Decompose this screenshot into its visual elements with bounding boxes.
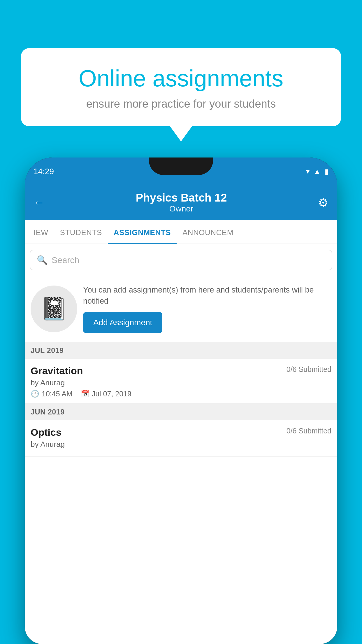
status-icons: ▾ ▲ ▮ — [306, 167, 328, 176]
tab-announcements[interactable]: ANNOUNCEM — [177, 220, 239, 244]
time-value: 10:45 AM — [42, 390, 73, 398]
assignment-name: Gravitation — [31, 365, 83, 377]
bubble-title: Online assignments — [41, 66, 321, 91]
search-placeholder: Search — [52, 255, 79, 265]
assignment-icon-circle: 📓 — [31, 286, 77, 332]
phone-screen: ← Physics Batch 12 Owner ⚙ IEW STUDENTS … — [25, 185, 337, 644]
bubble-subtitle: ensure more practice for your students — [41, 98, 321, 110]
section-header-jun: JUN 2019 — [25, 404, 337, 420]
section-header-jul: JUL 2019 — [25, 342, 337, 359]
phone-frame: 14:29 ▾ ▲ ▮ ← Physics Batch 12 Owner ⚙ I… — [25, 158, 337, 644]
assignment-submitted-optics: 0/6 Submitted — [287, 427, 331, 435]
search-container: 🔍 Search — [25, 244, 337, 276]
tab-iew[interactable]: IEW — [28, 220, 54, 244]
wifi-icon: ▾ — [306, 167, 310, 176]
header-center: Physics Batch 12 Owner — [45, 192, 318, 214]
assignment-date: 📅 Jul 07, 2019 — [81, 390, 131, 398]
assignment-meta: 🕐 10:45 AM 📅 Jul 07, 2019 — [31, 390, 331, 398]
promo-right: You can add assignment(s) from here and … — [83, 285, 331, 333]
assignment-item-optics[interactable]: Optics 0/6 Submitted by Anurag — [25, 420, 337, 457]
header-title: Physics Batch 12 — [45, 192, 318, 204]
assignment-item-gravitation[interactable]: Gravitation 0/6 Submitted by Anurag 🕐 10… — [25, 359, 337, 404]
promo-description: You can add assignment(s) from here and … — [83, 285, 331, 307]
tab-assignments[interactable]: ASSIGNMENTS — [108, 220, 177, 244]
back-button[interactable]: ← — [34, 196, 45, 209]
tabs-bar: IEW STUDENTS ASSIGNMENTS ANNOUNCEM — [25, 220, 337, 244]
tab-students[interactable]: STUDENTS — [54, 220, 108, 244]
speech-bubble-card: Online assignments ensure more practice … — [21, 48, 341, 126]
battery-icon: ▮ — [325, 167, 328, 176]
status-time: 14:29 — [34, 167, 54, 176]
calendar-icon: 📅 — [81, 390, 89, 398]
signal-icon: ▲ — [314, 167, 321, 176]
gear-icon[interactable]: ⚙ — [318, 196, 328, 209]
add-assignment-button[interactable]: Add Assignment — [83, 312, 162, 333]
search-bar[interactable]: 🔍 Search — [30, 250, 332, 270]
clock-icon: 🕐 — [31, 390, 39, 398]
date-value: Jul 07, 2019 — [92, 390, 131, 398]
search-icon: 🔍 — [37, 255, 48, 265]
assignment-name-optics: Optics — [31, 427, 61, 438]
assignment-submitted: 0/6 Submitted — [287, 365, 331, 374]
header-subtitle: Owner — [45, 204, 318, 214]
notebook-icon: 📓 — [40, 296, 68, 322]
app-header: ← Physics Batch 12 Owner ⚙ — [25, 185, 337, 220]
assignment-time: 🕐 10:45 AM — [31, 390, 73, 398]
assignment-by: by Anurag — [31, 378, 331, 387]
status-bar: 14:29 ▾ ▲ ▮ — [25, 158, 337, 185]
assignment-by-optics: by Anurag — [31, 440, 331, 449]
promo-box: 📓 You can add assignment(s) from here an… — [25, 276, 337, 342]
